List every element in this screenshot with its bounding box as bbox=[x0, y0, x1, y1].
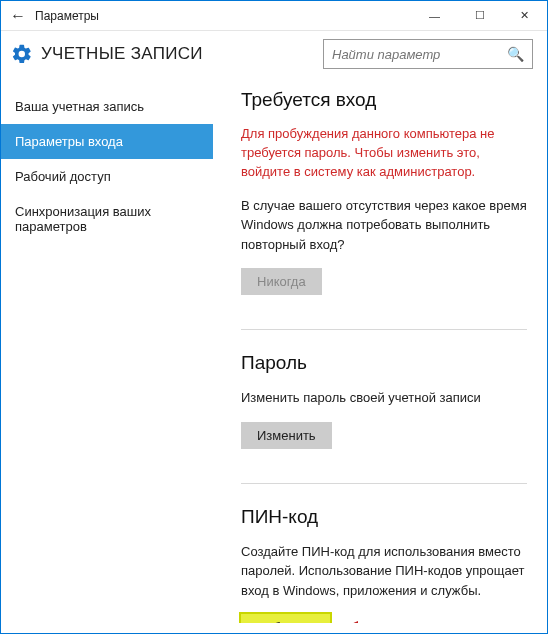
search-box[interactable]: 🔍 bbox=[323, 39, 533, 69]
sidebar-item-account[interactable]: Ваша учетная запись bbox=[1, 89, 213, 124]
search-icon: 🔍 bbox=[507, 46, 524, 62]
minimize-button[interactable]: — bbox=[412, 1, 457, 31]
annotation-arrow-icon bbox=[342, 618, 416, 623]
maximize-button[interactable]: ☐ bbox=[457, 1, 502, 31]
add-pin-button[interactable]: Добавить bbox=[241, 614, 330, 623]
sidebar: Ваша учетная запись Параметры входа Рабо… bbox=[1, 83, 213, 623]
svg-marker-1 bbox=[342, 621, 358, 623]
sidebar-item-sync[interactable]: Синхронизация ваших параметров bbox=[1, 194, 213, 244]
section-require-signin: Требуется вход Для пробуждения данного к… bbox=[241, 89, 527, 295]
warning-text: Для пробуждения данного компьютера не тр… bbox=[241, 125, 527, 182]
close-button[interactable]: ✕ bbox=[502, 1, 547, 31]
section-title-password: Пароль bbox=[241, 352, 527, 374]
sidebar-item-work-access[interactable]: Рабочий доступ bbox=[1, 159, 213, 194]
titlebar: ← Параметры — ☐ ✕ bbox=[1, 1, 547, 31]
require-signin-dropdown: Никогда bbox=[241, 268, 322, 295]
pin-description: Создайте ПИН-код для использования вмест… bbox=[241, 542, 527, 601]
page-title: УЧЕТНЫЕ ЗАПИСИ bbox=[41, 44, 203, 64]
signin-description: В случае вашего отсутствия через какое в… bbox=[241, 196, 527, 255]
content-pane: Требуется вход Для пробуждения данного к… bbox=[213, 83, 547, 623]
window-title: Параметры bbox=[35, 9, 99, 23]
back-button[interactable]: ← bbox=[1, 7, 35, 25]
password-description: Изменить пароль своей учетной записи bbox=[241, 388, 527, 408]
separator bbox=[241, 329, 527, 330]
search-input[interactable] bbox=[332, 47, 501, 62]
sidebar-item-signin-options[interactable]: Параметры входа bbox=[1, 124, 213, 159]
gear-icon bbox=[11, 43, 33, 65]
change-password-button[interactable]: Изменить bbox=[241, 422, 332, 449]
page-header: УЧЕТНЫЕ ЗАПИСИ 🔍 bbox=[1, 31, 547, 83]
section-title-pin: ПИН-код bbox=[241, 506, 527, 528]
separator bbox=[241, 483, 527, 484]
section-title-require-signin: Требуется вход bbox=[241, 89, 527, 111]
section-pin: ПИН-код Создайте ПИН-код для использован… bbox=[241, 506, 527, 623]
section-password: Пароль Изменить пароль своей учетной зап… bbox=[241, 352, 527, 449]
